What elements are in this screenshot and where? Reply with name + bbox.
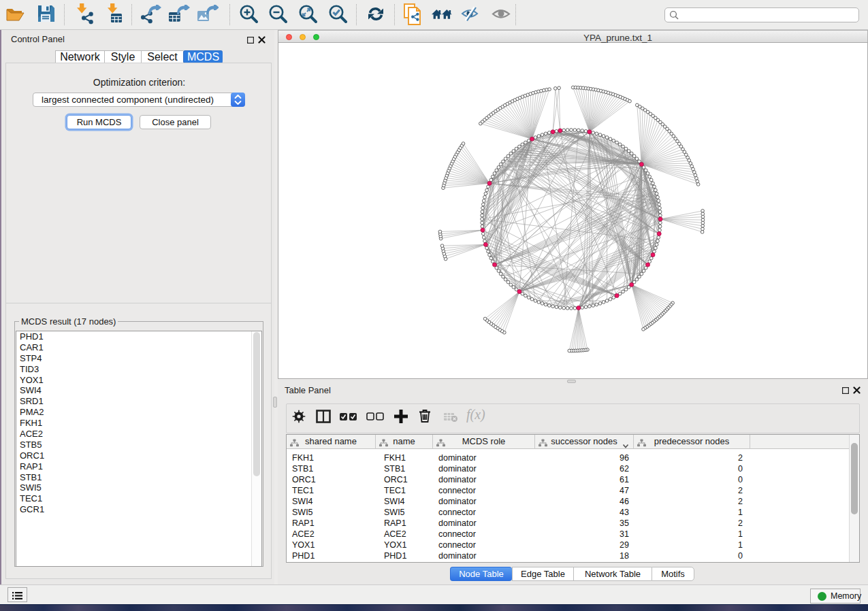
svg-text:f(x): f(x) <box>466 408 485 423</box>
